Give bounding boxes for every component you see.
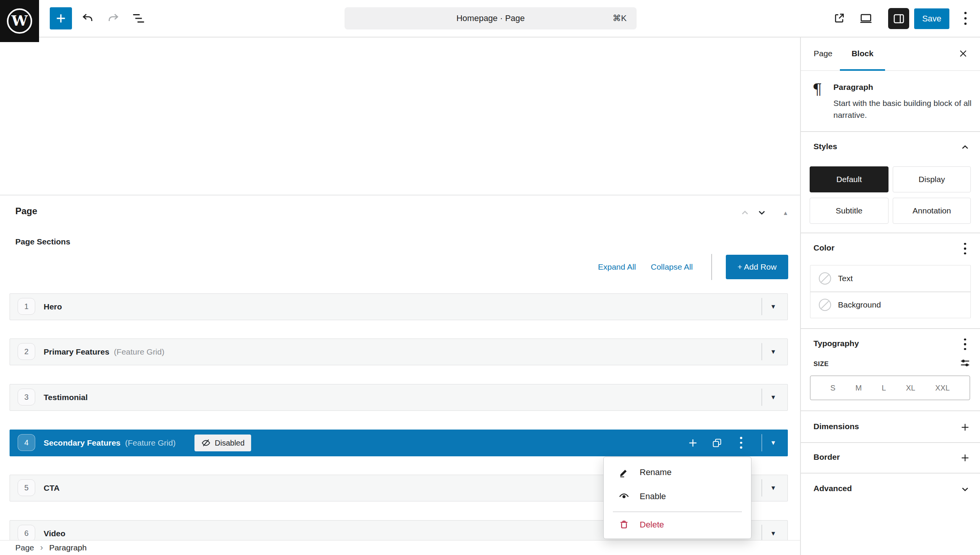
save-button-label: Save: [922, 14, 941, 24]
font-size-option-l[interactable]: L: [882, 384, 886, 392]
row-duplicate-button[interactable]: [707, 430, 727, 456]
menu-item-label: Enable: [640, 492, 666, 501]
trash-icon: [618, 519, 630, 531]
row-number-badge: 1: [18, 298, 35, 315]
color-options-button[interactable]: [959, 242, 972, 255]
typography-panel-title: Typography: [813, 339, 859, 348]
paragraph-block-icon: ¶: [812, 80, 828, 98]
row-divider: [761, 298, 762, 315]
row-expand-toggle[interactable]: ▼: [764, 339, 782, 365]
undo-button[interactable]: [78, 9, 97, 28]
menu-divider: [613, 511, 742, 512]
color-settings-group: Text Background: [810, 265, 971, 318]
dimensions-add-button[interactable]: [959, 421, 972, 434]
row-expand-toggle[interactable]: ▼: [764, 475, 782, 501]
settings-sidebar-toggle-button[interactable]: [888, 8, 909, 29]
wordpress-block-editor: W Homepage · Page ⌘K Save: [0, 0, 980, 555]
move-block-down-button[interactable]: [753, 205, 770, 220]
duplicate-icon: [711, 437, 723, 449]
redo-icon: [106, 11, 121, 26]
menu-item-enable[interactable]: Enable: [604, 485, 751, 508]
close-sidebar-button[interactable]: [957, 47, 969, 60]
wordpress-menu-button[interactable]: W: [0, 0, 39, 42]
border-panel-title: Border: [813, 452, 840, 462]
row-divider: [761, 343, 762, 360]
style-option-display[interactable]: Display: [893, 166, 971, 192]
menu-item-rename[interactable]: Rename: [604, 461, 751, 484]
row-title: CTA: [44, 483, 60, 493]
row-expand-toggle[interactable]: ▼: [764, 430, 782, 456]
font-size-segmented-control: S M L XL XXL: [810, 376, 970, 400]
kebab-menu-icon: [964, 243, 966, 255]
section-row-hero[interactable]: 1 Hero ▼: [10, 293, 788, 320]
more-options-button[interactable]: [956, 9, 975, 28]
breadcrumb-page[interactable]: Page: [15, 543, 34, 552]
color-text-label: Text: [838, 274, 853, 283]
document-overview-button[interactable]: Homepage · Page ⌘K: [345, 7, 637, 29]
block-inserter-button[interactable]: [50, 7, 72, 29]
chevron-down-icon: [959, 483, 971, 495]
font-size-label: SIZE: [813, 360, 829, 368]
move-block-up-button[interactable]: [737, 205, 753, 220]
style-option-subtitle[interactable]: Subtitle: [810, 198, 889, 224]
redo-button[interactable]: [104, 9, 122, 28]
row-more-options-button[interactable]: [732, 430, 751, 456]
advanced-expand-button[interactable]: [959, 483, 972, 496]
plus-icon: [959, 452, 971, 464]
menu-item-delete[interactable]: Delete: [604, 513, 751, 537]
page-sections-label: Page Sections: [15, 237, 70, 246]
menu-item-label: Rename: [640, 467, 671, 477]
collapse-all-link[interactable]: Collapse All: [651, 262, 693, 272]
style-option-label: Default: [836, 175, 862, 184]
kebab-menu-icon: [964, 12, 967, 25]
font-size-option-xxl[interactable]: XXL: [935, 384, 950, 392]
editor-top-bar: W Homepage · Page ⌘K Save: [0, 0, 980, 37]
close-icon: [957, 48, 969, 59]
breadcrumb-chevron-icon: ›: [40, 544, 43, 552]
save-button[interactable]: Save: [914, 8, 949, 29]
expand-all-link[interactable]: Expand All: [598, 262, 636, 272]
collapse-panel-icon[interactable]: ▲: [777, 205, 794, 220]
row-add-button[interactable]: [683, 430, 702, 456]
external-link-icon: [832, 11, 846, 25]
disabled-status-label: Disabled: [215, 439, 245, 448]
row-expand-toggle[interactable]: ▼: [764, 384, 782, 410]
preview-device-button[interactable]: [857, 9, 875, 28]
hidden-eye-icon: [201, 438, 211, 448]
add-row-button[interactable]: + Add Row: [726, 255, 788, 279]
row-divider: [761, 434, 762, 451]
color-background-button[interactable]: Background: [810, 292, 970, 318]
font-size-option-m[interactable]: M: [856, 384, 862, 392]
row-title: Video: [44, 529, 65, 538]
kebab-menu-icon: [964, 339, 966, 350]
border-add-button[interactable]: [959, 451, 972, 464]
style-option-annotation[interactable]: Annotation: [893, 198, 971, 224]
row-divider: [761, 389, 762, 406]
style-option-label: Annotation: [913, 206, 951, 215]
color-text-button[interactable]: Text: [810, 265, 970, 291]
row-expand-toggle[interactable]: ▼: [764, 294, 782, 319]
style-option-label: Display: [919, 175, 945, 184]
breadcrumb-paragraph[interactable]: Paragraph: [49, 543, 87, 552]
style-option-default[interactable]: Default: [810, 166, 889, 192]
row-title: Hero: [44, 302, 62, 311]
eye-icon: [618, 491, 630, 502]
view-site-button[interactable]: [830, 9, 848, 28]
chevron-up-icon: [959, 142, 971, 153]
style-option-label: Subtitle: [836, 206, 862, 215]
typography-options-button[interactable]: [959, 338, 972, 351]
tab-page[interactable]: Page: [813, 37, 833, 70]
list-view-button[interactable]: [129, 9, 148, 28]
font-size-option-xl[interactable]: XL: [906, 384, 915, 392]
section-row-testimonial[interactable]: 3 Testimonial ▼: [10, 384, 788, 411]
add-row-label: + Add Row: [737, 262, 776, 272]
section-row-secondary-features[interactable]: 4 Secondary Features(Feature Grid) Disab…: [10, 430, 788, 456]
tab-block[interactable]: Block: [851, 37, 874, 70]
plus-icon: [959, 422, 971, 433]
font-size-option-s[interactable]: S: [830, 384, 835, 392]
chevron-down-icon: [756, 207, 768, 218]
section-row-primary-features[interactable]: 2 Primary Features(Feature Grid) ▼: [10, 339, 788, 365]
styles-collapse-button[interactable]: [959, 141, 972, 154]
font-size-settings-button[interactable]: [959, 356, 972, 369]
block-card-title: Paragraph: [833, 83, 873, 92]
